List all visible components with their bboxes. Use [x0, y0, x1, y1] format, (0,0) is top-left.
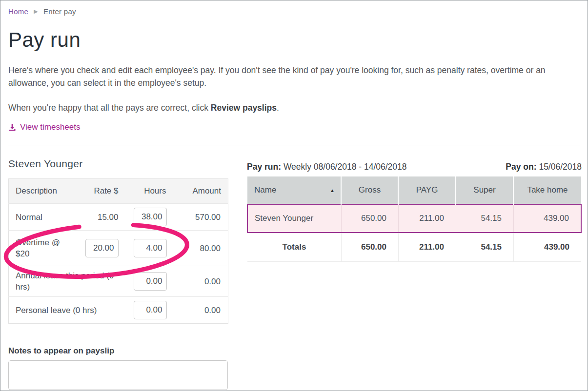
- personal-leave-hours-input[interactable]: [134, 301, 167, 319]
- pay-run-value: Weekly 08/06/2018 - 14/06/2018: [284, 162, 407, 172]
- summary-header-row: Name ▲ Gross PAYG Super Take home: [247, 176, 581, 204]
- instruction-text: When you're happy that all the pays are …: [8, 103, 211, 113]
- annual-leave-hours-input[interactable]: [134, 272, 167, 291]
- pay-on-date: Pay on: 15/06/2018: [506, 162, 582, 172]
- pay-run-summary-panel: Pay run: Weekly 08/06/2018 - 14/06/2018 …: [247, 155, 582, 262]
- pay-row-description: Personal leave (0 hrs): [9, 297, 128, 324]
- employee-summary-row[interactable]: Steven Younger 650.00 211.00 54.15 439.0…: [247, 204, 581, 233]
- page-title: Pay run: [8, 28, 580, 52]
- col-take-home[interactable]: Take home: [513, 176, 581, 204]
- pay-row-annual-leave: Annual leave this period (0 hrs) 0.00: [9, 266, 228, 297]
- instruction-paragraph: When you're happy that all the pays are …: [8, 101, 565, 114]
- col-name[interactable]: Name ▲: [247, 176, 341, 204]
- employee-pay-panel: Steven Younger Description Rate $ Hours …: [8, 155, 228, 391]
- breadcrumb-home-link[interactable]: Home: [8, 7, 28, 16]
- totals-label: Totals: [247, 233, 341, 262]
- pay-row-amount: 570.00: [177, 204, 228, 231]
- overtime-hours-input[interactable]: [134, 239, 167, 257]
- view-timesheets-link[interactable]: View timesheets: [8, 122, 80, 132]
- totals-row: Totals 650.00 211.00 54.15 439.00: [247, 233, 581, 262]
- pay-items-header-row: Description Rate $ Hours Amount: [9, 179, 228, 204]
- col-hours: Hours: [128, 179, 177, 204]
- col-name-label: Name: [254, 185, 276, 195]
- view-timesheets-label: View timesheets: [20, 122, 80, 132]
- notes-label: Notes to appear on payslip: [8, 346, 228, 356]
- employee-name: Steven Younger: [8, 158, 228, 170]
- col-gross[interactable]: Gross: [341, 176, 398, 204]
- summary-gross: 650.00: [341, 204, 398, 233]
- pay-run-period: Pay run: Weekly 08/06/2018 - 14/06/2018: [247, 162, 407, 172]
- col-amount: Amount: [177, 179, 228, 204]
- pay-row-description: Overtime @ $20: [9, 231, 77, 266]
- col-description: Description: [9, 179, 77, 204]
- pay-run-meta: Pay run: Weekly 08/06/2018 - 14/06/2018 …: [247, 162, 582, 172]
- pay-row-amount: 0.00: [177, 266, 228, 297]
- download-icon: [8, 123, 16, 131]
- content-columns: Steven Younger Description Rate $ Hours …: [8, 155, 580, 391]
- pay-run-label: Pay run:: [247, 162, 281, 172]
- pay-items-table: Description Rate $ Hours Amount Normal 1…: [8, 178, 228, 324]
- section-divider: [8, 145, 580, 145]
- normal-hours-input[interactable]: [134, 208, 167, 226]
- summary-super: 54.15: [456, 204, 513, 233]
- breadcrumb-arrow-icon: ▶: [34, 8, 38, 15]
- employees-summary-table: Name ▲ Gross PAYG Super Take home Steven…: [247, 176, 582, 262]
- totals-gross: 650.00: [341, 233, 398, 262]
- totals-payg: 211.00: [398, 233, 456, 262]
- pay-row-amount: 80.00: [177, 231, 228, 266]
- pay-row-normal: Normal 15.00 570.00: [9, 204, 228, 231]
- pay-row-amount: 0.00: [177, 297, 228, 324]
- totals-super: 54.15: [456, 233, 513, 262]
- instruction-period: .: [277, 103, 279, 113]
- breadcrumb-current: Enter pay: [43, 7, 76, 16]
- totals-take-home: 439.00: [513, 233, 581, 262]
- review-payslips-emphasis: Review payslips: [211, 103, 277, 113]
- col-payg[interactable]: PAYG: [398, 176, 456, 204]
- col-super[interactable]: Super: [456, 176, 513, 204]
- intro-paragraph: Here's where you check and edit each emp…: [8, 64, 565, 89]
- summary-name: Steven Younger: [247, 204, 341, 233]
- notes-textarea[interactable]: [8, 360, 228, 390]
- pay-row-description: Normal: [9, 204, 77, 231]
- pay-items-table-wrap: Description Rate $ Hours Amount Normal 1…: [8, 178, 228, 324]
- pay-on-value: 15/06/2018: [539, 162, 582, 172]
- pay-row-description: Annual leave this period (0 hrs): [9, 266, 128, 297]
- pay-row-overtime: Overtime @ $20 80.00: [9, 231, 228, 266]
- summary-take-home: 439.00: [513, 204, 581, 233]
- breadcrumb: Home ▶ Enter pay: [8, 0, 580, 16]
- pay-row-rate: 15.00: [77, 204, 128, 231]
- col-rate: Rate $: [77, 179, 128, 204]
- sort-ascending-icon: ▲: [330, 188, 336, 193]
- pay-row-personal-leave: Personal leave (0 hrs) 0.00: [9, 297, 228, 324]
- summary-payg: 211.00: [398, 204, 456, 233]
- overtime-rate-input[interactable]: [85, 239, 119, 257]
- pay-on-label: Pay on:: [506, 162, 536, 172]
- pay-run-page: Home ▶ Enter pay Pay run Here's where yo…: [0, 0, 588, 391]
